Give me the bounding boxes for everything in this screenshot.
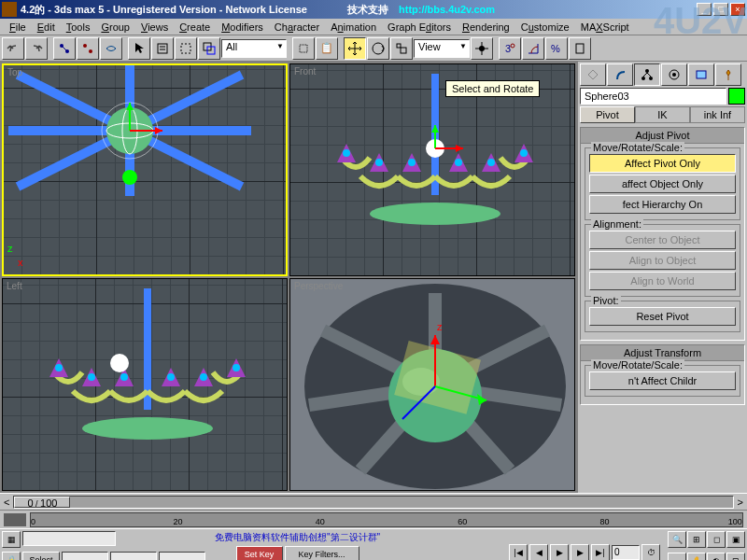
selection-lock-button[interactable] (292, 37, 315, 60)
goto-start-button[interactable]: |◀ (509, 544, 528, 561)
bind-spacewarp-button[interactable] (100, 37, 122, 60)
viewports-container: Top x (0, 62, 577, 493)
track-icon[interactable]: ▦ (2, 531, 21, 548)
object-name-input[interactable] (580, 88, 726, 105)
menu-animation[interactable]: Animation (325, 20, 382, 35)
window-title: 4.2的 - 3ds max 5 - Unregistered Version … (21, 3, 697, 17)
y-coord[interactable] (110, 552, 157, 560)
percent-snap-button[interactable]: % (545, 37, 568, 60)
selection-filter-dropdown[interactable]: All (221, 39, 287, 58)
menu-tools[interactable]: Tools (61, 20, 96, 35)
svg-point-45 (343, 149, 350, 157)
angle-snap-button[interactable] (522, 37, 544, 60)
menu-maxscript[interactable]: MAXScript (575, 20, 635, 35)
center-to-object-button[interactable]: Center to Object (589, 231, 736, 249)
prev-frame-button[interactable]: ◀ (529, 544, 548, 561)
create-tab[interactable] (580, 63, 606, 86)
x-coord[interactable] (62, 552, 108, 560)
pan-button[interactable]: ✋ (687, 553, 706, 560)
chandelier-left-view (3, 279, 287, 490)
redo-button[interactable] (25, 37, 48, 60)
frame-input[interactable] (612, 545, 640, 560)
viewport-perspective[interactable]: Perspective z (289, 278, 575, 491)
hierarchy-tab[interactable] (634, 63, 660, 86)
select-region-button[interactable] (175, 37, 197, 60)
ik-tab[interactable]: IK (635, 106, 690, 123)
svg-point-64 (55, 364, 63, 371)
svg-point-47 (408, 159, 416, 166)
arc-rotate-button[interactable]: ◐ (707, 553, 726, 560)
menu-edit[interactable]: Edit (32, 20, 61, 35)
menu-modifiers[interactable]: Modifiers (216, 20, 269, 35)
set-key-button[interactable]: Set Key (236, 546, 283, 560)
lock-icon[interactable]: 🔒 (2, 552, 21, 560)
named-selection-button[interactable]: 📋 (316, 37, 338, 60)
menu-graph[interactable]: Graph Editors (382, 20, 457, 35)
dont-affect-children-button[interactable]: n't Affect Childr (589, 371, 736, 390)
svg-point-12 (373, 43, 384, 54)
zoom-extents-all-button[interactable]: ▣ (726, 531, 745, 548)
reset-pivot-button[interactable]: Reset Pivot (589, 307, 736, 326)
menu-customize[interactable]: Customize (515, 20, 575, 35)
fov-button[interactable]: ▱ (668, 553, 686, 560)
motion-tab[interactable] (661, 63, 687, 86)
object-color-swatch[interactable] (728, 88, 745, 105)
menu-rendering[interactable]: Rendering (457, 20, 515, 35)
link-info-tab[interactable]: ink Inf (690, 106, 745, 123)
minimize-button[interactable]: _ (697, 3, 712, 16)
zoom-all-button[interactable]: ⊞ (687, 531, 706, 548)
align-to-object-button[interactable]: Align to Object (589, 251, 736, 270)
select-button[interactable] (128, 37, 150, 60)
timeline-ruler[interactable]: 0 20 40 60 80 100 (30, 512, 743, 527)
goto-end-button[interactable]: ▶| (591, 544, 610, 561)
z-coord[interactable] (159, 552, 205, 560)
modify-tab[interactable] (607, 63, 633, 86)
affect-object-button[interactable]: affect Object Only (589, 175, 736, 193)
scale-button[interactable] (390, 37, 413, 60)
time-config-button[interactable]: ⏱ (641, 544, 660, 561)
menu-file[interactable]: File (4, 20, 32, 35)
chandelier-top-view: x z (4, 65, 286, 274)
svg-line-2 (63, 47, 66, 50)
pivot-center-button[interactable] (471, 37, 493, 60)
spinner-snap-button[interactable] (569, 37, 591, 60)
menu-character[interactable]: Character (269, 20, 325, 35)
move-button[interactable] (344, 37, 366, 60)
zoom-button[interactable]: 🔍 (668, 531, 686, 548)
menu-views[interactable]: Views (135, 20, 174, 35)
svg-rect-95 (697, 71, 706, 78)
time-slider[interactable]: < 0 / 100 > (0, 493, 747, 510)
svg-point-67 (167, 373, 175, 381)
titlebar: 4.2的 - 3ds max 5 - Unregistered Version … (0, 0, 747, 19)
prompt-input[interactable] (22, 531, 116, 546)
track-toggle-icon[interactable] (4, 513, 26, 526)
menu-group[interactable]: Group (95, 20, 135, 35)
align-to-world-button[interactable]: Align to World (589, 272, 736, 290)
display-tab[interactable] (688, 63, 714, 86)
viewport-top[interactable]: Top x (2, 63, 288, 276)
svg-point-68 (200, 373, 207, 381)
svg-point-48 (455, 159, 462, 166)
affect-hierarchy-button[interactable]: fect Hierarchy On (589, 195, 736, 214)
viewport-left[interactable]: Left (2, 278, 288, 491)
maximize-button[interactable]: □ (713, 3, 728, 16)
svg-point-70 (110, 354, 129, 372)
rotate-button[interactable] (367, 37, 389, 60)
key-filters-button[interactable]: Key Filters... (285, 546, 359, 560)
zoom-extents-button[interactable]: ◻ (707, 531, 726, 548)
pivot-tab[interactable]: Pivot (580, 106, 635, 123)
close-button[interactable]: × (730, 3, 745, 16)
menu-create[interactable]: Create (174, 20, 216, 35)
next-frame-button[interactable]: ▶ (571, 544, 589, 561)
select-by-name-button[interactable] (151, 37, 174, 60)
unlink-button[interactable] (77, 37, 99, 60)
play-button[interactable]: ▶ (550, 544, 569, 561)
min-max-toggle-button[interactable]: ⊡ (726, 553, 745, 560)
undo-button[interactable] (2, 37, 24, 60)
snap-toggle-button[interactable]: 3 (499, 37, 521, 60)
reference-coord-dropdown[interactable]: View (414, 39, 470, 58)
affect-pivot-button[interactable]: Affect Pivot Only (589, 154, 736, 173)
window-crossing-button[interactable] (198, 37, 220, 60)
utilities-tab[interactable] (715, 63, 741, 86)
link-button[interactable] (53, 37, 76, 60)
